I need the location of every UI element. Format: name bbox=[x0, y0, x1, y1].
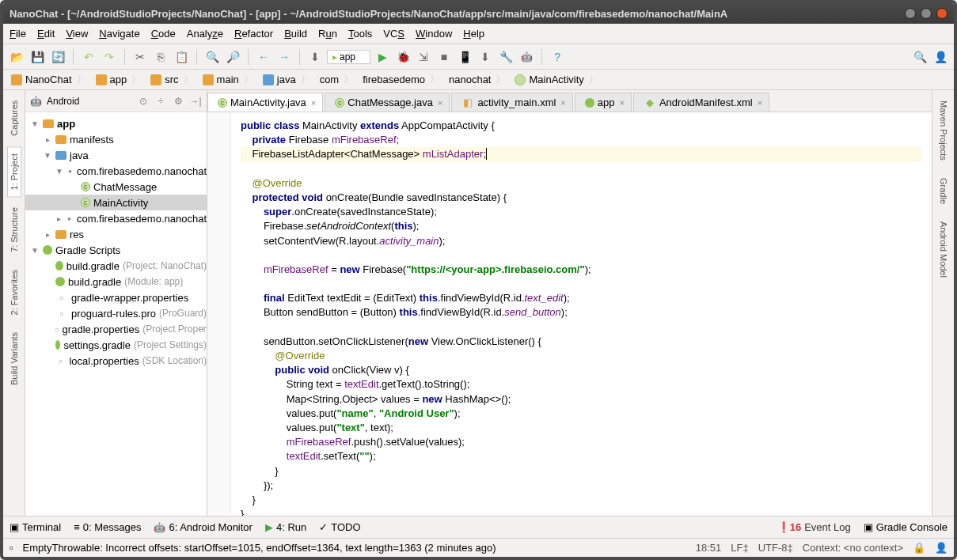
editor-tab-activity-main[interactable]: ◧activity_main.xml× bbox=[451, 93, 572, 112]
sidetab-build-variants[interactable]: Build Variants bbox=[7, 325, 21, 392]
redo-icon[interactable]: ↷ bbox=[101, 48, 118, 66]
window-minimize-button[interactable] bbox=[905, 8, 916, 19]
debug-icon[interactable]: 🐞 bbox=[394, 48, 412, 66]
sidetab-favorites[interactable]: 2: Favorites bbox=[7, 263, 21, 322]
paste-icon[interactable]: 📋 bbox=[173, 48, 190, 66]
user-icon[interactable]: 👤 bbox=[932, 48, 949, 66]
menu-navigate[interactable]: Navigate bbox=[99, 28, 139, 40]
sidetab-structure[interactable]: 7: Structure bbox=[7, 200, 21, 259]
sidebar-collapse-icon[interactable]: ⊙ bbox=[137, 95, 150, 108]
make-icon[interactable]: ⬇ bbox=[306, 48, 324, 66]
breadcrumb-item[interactable]: src bbox=[147, 73, 199, 86]
status-context[interactable]: Context: <no context> bbox=[803, 542, 903, 554]
sidebar-mode-selector[interactable]: Android bbox=[47, 96, 132, 107]
menu-code[interactable]: Code bbox=[151, 28, 176, 40]
bottomtab-messages[interactable]: ≡ 0: Messages bbox=[74, 521, 141, 533]
sync-icon[interactable]: 🔄 bbox=[49, 48, 66, 66]
bottomtab-android-monitor[interactable]: 🤖 6: Android Monitor bbox=[154, 521, 253, 533]
code-editor[interactable]: public class MainActivity extends AppCom… bbox=[207, 112, 932, 516]
menu-build[interactable]: Build bbox=[284, 28, 307, 40]
tree-node-mainactivity[interactable]: cMainActivity bbox=[25, 195, 207, 210]
android-icon[interactable]: 🤖 bbox=[518, 48, 535, 66]
attach-icon[interactable]: ⇲ bbox=[415, 48, 432, 66]
tree-node-res[interactable]: ▸res bbox=[25, 226, 207, 242]
editor-tab-mainactivity[interactable]: cMainActivity.java× bbox=[207, 93, 323, 112]
sidetab-project[interactable]: 1: Project bbox=[7, 146, 21, 197]
save-icon[interactable]: 💾 bbox=[28, 48, 46, 66]
cut-icon[interactable]: ✂ bbox=[131, 48, 149, 66]
tree-node-gradle-props[interactable]: gradle.properties(Project Properties) bbox=[25, 321, 207, 337]
status-encoding[interactable]: UTF-8‡ bbox=[758, 542, 793, 554]
breadcrumb-item[interactable]: nanochat bbox=[446, 73, 512, 86]
tree-node-app[interactable]: ▼app bbox=[25, 115, 207, 131]
status-line-separator[interactable]: LF‡ bbox=[731, 542, 748, 554]
window-maximize-button[interactable] bbox=[921, 8, 932, 19]
window-close-button[interactable] bbox=[936, 8, 948, 19]
menu-refactor[interactable]: Refactor bbox=[234, 28, 273, 40]
bottomtab-gradle-console[interactable]: ▣ Gradle Console bbox=[864, 521, 948, 533]
ddms-icon[interactable]: 🔧 bbox=[497, 48, 515, 66]
tree-node-proguard[interactable]: proguard-rules.pro(ProGuard) bbox=[25, 305, 207, 321]
menu-run[interactable]: Run bbox=[318, 28, 337, 40]
run-config-selector[interactable]: app bbox=[327, 50, 370, 64]
breadcrumb-item[interactable]: com bbox=[317, 73, 360, 86]
menu-analyze[interactable]: Analyze bbox=[187, 28, 223, 40]
undo-icon[interactable]: ↶ bbox=[80, 48, 97, 66]
tree-node-build-gradle-module[interactable]: build.gradle(Module: app) bbox=[25, 274, 207, 289]
sidebar-expand-icon[interactable]: ÷ bbox=[154, 95, 167, 108]
search-everywhere-icon[interactable]: 🔍 bbox=[911, 48, 929, 66]
tree-node-chatmessage[interactable]: cChatMessage bbox=[25, 179, 207, 195]
breadcrumb-item[interactable]: app bbox=[93, 73, 148, 86]
sidetab-gradle[interactable]: Gradle bbox=[936, 171, 951, 211]
breadcrumb-item[interactable]: MainActivity bbox=[511, 73, 604, 86]
breadcrumb-item[interactable]: main bbox=[199, 73, 260, 86]
menu-window[interactable]: Window bbox=[416, 28, 452, 40]
sidetab-maven[interactable]: Maven Projects bbox=[936, 93, 951, 168]
editor-tab-manifest[interactable]: ◆AndroidManifest.xml× bbox=[633, 93, 769, 112]
help-icon[interactable]: ? bbox=[549, 48, 566, 66]
bottomtab-event-log[interactable]: ❗16 Event Log bbox=[777, 521, 851, 533]
code-content[interactable]: public class MainActivity extends AppCom… bbox=[231, 112, 932, 516]
hector-icon[interactable]: 👤 bbox=[935, 542, 948, 554]
copy-icon[interactable]: ⎘ bbox=[152, 48, 169, 66]
status-toggle-icon[interactable]: ▫ bbox=[9, 542, 13, 554]
stop-icon[interactable]: ■ bbox=[435, 48, 453, 66]
back-icon[interactable]: ← bbox=[255, 48, 272, 66]
run-icon[interactable]: ▶ bbox=[374, 48, 391, 66]
tree-node-gradle-wrapper[interactable]: gradle-wrapper.properties bbox=[25, 289, 207, 305]
breadcrumb-item[interactable]: firebasedemo bbox=[359, 73, 446, 86]
close-icon[interactable]: × bbox=[620, 98, 625, 108]
menu-file[interactable]: File bbox=[9, 28, 26, 40]
close-icon[interactable]: × bbox=[560, 98, 565, 108]
menu-view[interactable]: View bbox=[66, 28, 88, 40]
tree-node-package[interactable]: ▼com.firebasedemo.nanochat bbox=[25, 163, 207, 179]
forward-icon[interactable]: → bbox=[275, 48, 293, 66]
tree-node-java[interactable]: ▼java bbox=[25, 147, 207, 163]
close-icon[interactable]: × bbox=[438, 98, 442, 108]
breadcrumb-item[interactable]: NanoChat bbox=[8, 73, 93, 86]
tree-node-package-test[interactable]: ▸com.firebasedemo.nanochat bbox=[25, 210, 207, 226]
find-icon[interactable]: 🔍 bbox=[203, 48, 221, 66]
breadcrumb-item[interactable]: java bbox=[260, 73, 317, 86]
close-icon[interactable]: × bbox=[311, 98, 316, 108]
close-icon[interactable]: × bbox=[758, 98, 762, 108]
sidetab-captures[interactable]: Captures bbox=[7, 93, 21, 143]
menu-tools[interactable]: Tools bbox=[348, 28, 372, 40]
menu-vcs[interactable]: VCS bbox=[383, 28, 404, 40]
tree-node-gradle-scripts[interactable]: ▼Gradle Scripts bbox=[25, 242, 207, 258]
replace-icon[interactable]: 🔎 bbox=[224, 48, 241, 66]
editor-tab-app[interactable]: app× bbox=[575, 93, 632, 112]
sdk-icon[interactable]: ⬇ bbox=[477, 48, 494, 66]
bottomtab-run[interactable]: ▶ 4: Run bbox=[265, 521, 306, 533]
bottomtab-todo[interactable]: ✓ TODO bbox=[319, 521, 360, 533]
tree-node-settings-gradle[interactable]: settings.gradle(Project Settings) bbox=[25, 337, 207, 353]
editor-tab-chatmessage[interactable]: cChatMessage.java× bbox=[325, 93, 450, 112]
menu-help[interactable]: Help bbox=[463, 28, 484, 40]
sidebar-settings-icon[interactable]: ⚙ bbox=[172, 95, 184, 108]
open-icon[interactable]: 📂 bbox=[8, 48, 25, 66]
lock-icon[interactable]: 🔒 bbox=[913, 542, 925, 554]
tree-node-local-props[interactable]: local.properties(SDK Location) bbox=[25, 353, 207, 369]
sidetab-android-model[interactable]: Android Model bbox=[936, 214, 951, 285]
tree-node-build-gradle-project[interactable]: build.gradle(Project: NanoChat) bbox=[25, 258, 207, 274]
menu-edit[interactable]: Edit bbox=[37, 28, 55, 40]
